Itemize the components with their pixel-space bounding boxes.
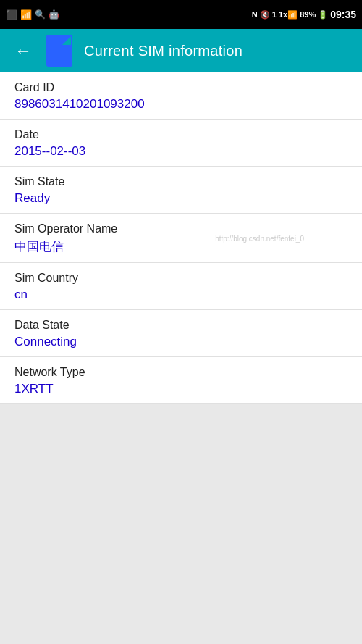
field-label: Sim Country: [14, 272, 348, 285]
android-icon: 🤖: [49, 9, 59, 20]
field-value: 8986031410201093200: [14, 97, 348, 112]
content-area: Card ID8986031410201093200Date2015--02--…: [0, 72, 362, 404]
status-bar: ⬛ 📶 🔍 🤖 N 🔇 1 1x📶 89% 🔋 09:35: [0, 0, 362, 29]
battery-label: 89%: [300, 10, 316, 19]
battery-icon: 🔋: [318, 10, 328, 20]
back-button[interactable]: ←: [12, 39, 35, 62]
search-icon: 🔍: [35, 9, 46, 20]
empty-space: [0, 404, 362, 644]
info-row-sim-operator-name: Sim Operator Name中国电信http://blog.csdn.ne…: [0, 214, 362, 263]
info-row-sim-state: Sim StateReady: [0, 167, 362, 214]
field-value: cn: [14, 288, 348, 302]
field-label: Data State: [14, 319, 348, 332]
status-right-icons: N 🔇 1 1x📶 89% 🔋 09:35: [252, 9, 356, 20]
field-label: Sim State: [14, 175, 348, 188]
signal-bars: 1x📶: [279, 10, 298, 20]
info-row-date: Date2015--02--03: [0, 120, 362, 167]
watermark-text: http://blog.csdn.net/fenfei_0: [215, 234, 304, 242]
info-row-sim-country: Sim Countrycn: [0, 263, 362, 310]
field-label: Network Type: [14, 366, 348, 379]
field-value: 2015--02--03: [14, 144, 348, 159]
info-row-data-state: Data StateConnecting: [0, 310, 362, 357]
field-label: Card ID: [14, 81, 348, 94]
network-type-label: N: [252, 10, 258, 19]
wifi-icon: 📶: [20, 9, 32, 20]
field-value: Ready: [14, 191, 348, 206]
field-value: 1XRTT: [14, 382, 348, 396]
app-bar: ← Current SIM information: [0, 29, 362, 72]
field-label: Date: [14, 128, 348, 141]
mute-icon: 🔇: [260, 10, 270, 20]
info-row-card-id: Card ID8986031410201093200: [0, 72, 362, 120]
status-left-icons: ⬛ 📶 🔍 🤖: [6, 9, 59, 20]
field-value: Connecting: [14, 335, 348, 349]
signal-label: 1: [272, 10, 277, 19]
app-bar-title: Current SIM information: [84, 43, 243, 59]
info-row-network-type: Network Type1XRTT: [0, 357, 362, 404]
screenshot-icon: ⬛: [6, 9, 17, 20]
sim-card-icon: [46, 35, 72, 67]
time-label: 09:35: [330, 9, 356, 20]
